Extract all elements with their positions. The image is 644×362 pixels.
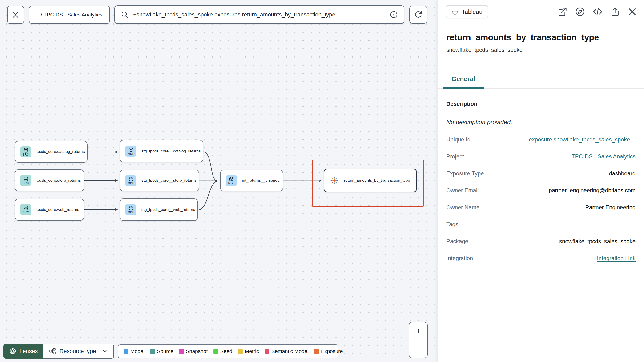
compass-icon xyxy=(575,7,585,17)
cube-icon xyxy=(128,206,134,211)
legend-item-metric: Metric xyxy=(238,348,259,354)
legend-item-exposure: Exposure xyxy=(314,348,343,354)
lineage-node-model-stg-store-returns[interactable]: MDL stg_tpcds_core__store_returns xyxy=(120,170,199,191)
resource-title: return_amounts_by_transaction_type xyxy=(446,33,636,42)
resource-type-dropdown[interactable]: Resource type xyxy=(42,344,114,359)
truncation-ellipsis: … xyxy=(630,136,636,143)
source-tile: SRC xyxy=(20,204,31,215)
tableau-logo-icon xyxy=(330,175,338,186)
tableau-logo-icon xyxy=(452,8,458,15)
search-icon xyxy=(121,11,128,18)
node-type-badge: MDL xyxy=(228,182,234,185)
node-type-badge: MDL xyxy=(128,211,134,214)
seed-swatch xyxy=(214,349,218,354)
field-row-package: Package snowflake_tpcds_sales_spoke xyxy=(446,238,636,245)
node-type-badge: SRC xyxy=(22,211,29,214)
info-icon[interactable] xyxy=(390,11,398,19)
panel-body: Description No description provided. Uni… xyxy=(438,101,644,262)
lineage-node-exposure-return-amounts[interactable]: return_amounts_by_transaction_type xyxy=(324,169,417,192)
model-tile: MDL xyxy=(125,146,136,157)
owner-name-value: Partner Engineering xyxy=(586,204,636,211)
lineage-node-model-int-returns-unioned[interactable]: MDL int_returns__unioned xyxy=(220,170,283,191)
field-row-owner-email: Owner Email partner_engineering@dbtlabs.… xyxy=(446,187,636,194)
chevron-down-icon xyxy=(102,348,107,354)
close-icon xyxy=(12,11,19,18)
lenses-label: Lenses xyxy=(20,348,38,354)
node-label: int_returns__unioned xyxy=(242,178,280,183)
share-button[interactable] xyxy=(610,7,620,17)
refresh-icon xyxy=(414,11,422,19)
integration-badge[interactable]: Tableau xyxy=(446,5,488,18)
legend-item-seed: Seed xyxy=(214,348,232,354)
lineage-node-source-web-returns[interactable]: SRC tpcds_core.web_returns xyxy=(14,199,84,221)
close-icon xyxy=(628,7,637,17)
lineage-node-model-stg-web-returns[interactable]: MDL stg_tpcds_core__web_returns xyxy=(120,199,198,221)
source-tile: SRC xyxy=(20,146,31,157)
code-icon xyxy=(593,7,602,17)
metric-swatch xyxy=(238,349,243,354)
details-panel: Tableau return_amounts_ xyxy=(438,0,644,362)
node-label: tpcds_core.catalog_returns xyxy=(36,149,85,154)
close-lineage-button[interactable] xyxy=(7,6,24,24)
exposure-type-value: dashboard xyxy=(609,170,636,177)
integration-badge-label: Tableau xyxy=(462,9,482,15)
lineage-node-source-catalog-returns[interactable]: SRC tpcds_core.catalog_returns xyxy=(14,141,88,163)
tab-general[interactable]: General xyxy=(442,75,484,89)
source-tile: SRC xyxy=(20,175,31,186)
owner-email-value: partner_engineering@dbtlabs.com xyxy=(549,187,636,194)
resource-type-legend: Model Source Snapshot Seed Metric Semant… xyxy=(118,344,338,358)
node-label: return_amounts_by_transaction_type xyxy=(344,178,410,183)
node-type-badge: SRC xyxy=(22,182,29,185)
legend-item-source: Source xyxy=(150,348,174,354)
node-type-badge: SRC xyxy=(22,153,29,156)
unique-id-link[interactable]: exposure.snowflake_tpcds_sales_spoke… xyxy=(529,136,636,143)
search-input[interactable] xyxy=(133,11,385,18)
zoom-in-button[interactable]: + xyxy=(409,322,427,340)
resource-type-label: Resource type xyxy=(60,348,96,354)
external-link-icon xyxy=(558,7,567,17)
cube-icon xyxy=(128,147,134,152)
panel-tabbar: General xyxy=(438,75,644,89)
package-value: snowflake_tpcds_sales_spoke xyxy=(559,238,636,245)
panel-actions xyxy=(558,7,637,17)
database-icon xyxy=(23,206,28,211)
node-type-badge: MDL xyxy=(128,182,134,185)
cube-icon xyxy=(229,176,234,182)
lineage-canvas[interactable]: SRC tpcds_core.catalog_returns SRC tpcds… xyxy=(0,0,438,362)
refresh-button[interactable] xyxy=(409,6,427,24)
integration-link[interactable]: Integration Link xyxy=(597,255,636,262)
aperture-icon xyxy=(10,348,16,354)
model-tile: MDL xyxy=(125,204,136,215)
lineage-search-box[interactable] xyxy=(114,6,404,24)
zoom-out-button[interactable]: − xyxy=(409,340,427,358)
field-row-unique-id: Unique Id exposure.snowflake_tpcds_sales… xyxy=(446,136,636,143)
lineage-node-source-store-returns[interactable]: SRC tpcds_core.store_returns xyxy=(14,169,84,191)
app-root: SRC tpcds_core.catalog_returns SRC tpcds… xyxy=(0,0,644,362)
open-external-button[interactable] xyxy=(558,7,567,17)
field-row-project: Project TPC-DS - Sales Analytics xyxy=(446,153,636,160)
field-row-tags: Tags xyxy=(446,221,636,228)
close-panel-button[interactable] xyxy=(628,7,637,17)
view-code-button[interactable] xyxy=(593,7,602,17)
legend-item-snapshot: Snapshot xyxy=(179,348,208,354)
node-label: stg_tpcds_core__catalog_returns xyxy=(142,149,200,154)
field-row-integration: Integration Integration Link xyxy=(446,255,636,262)
legend-item-model: Model xyxy=(124,348,144,354)
model-tile: MDL xyxy=(226,175,237,186)
project-link[interactable]: TPC-DS - Sales Analytics xyxy=(572,153,636,160)
source-swatch xyxy=(150,349,155,354)
cube-icon xyxy=(128,176,134,182)
semantic-model-swatch xyxy=(264,349,269,354)
field-row-owner-name: Owner Name Partner Engineering xyxy=(446,204,636,211)
database-icon xyxy=(23,176,28,182)
legend-item-semantic-model: Semantic Model xyxy=(264,348,308,354)
model-swatch xyxy=(124,349,128,354)
explore-button[interactable] xyxy=(575,7,585,17)
breadcrumb[interactable]: .. / TPC-DS - Sales Analytics xyxy=(29,6,110,24)
lenses-button[interactable]: Lenses xyxy=(3,344,44,359)
description-label: Description xyxy=(446,101,636,107)
database-icon xyxy=(23,148,28,153)
lineage-node-model-stg-catalog-returns[interactable]: MDL stg_tpcds_core__catalog_returns xyxy=(120,140,203,162)
node-label: stg_tpcds_core__store_returns xyxy=(142,178,196,183)
sitemap-icon xyxy=(49,348,56,354)
